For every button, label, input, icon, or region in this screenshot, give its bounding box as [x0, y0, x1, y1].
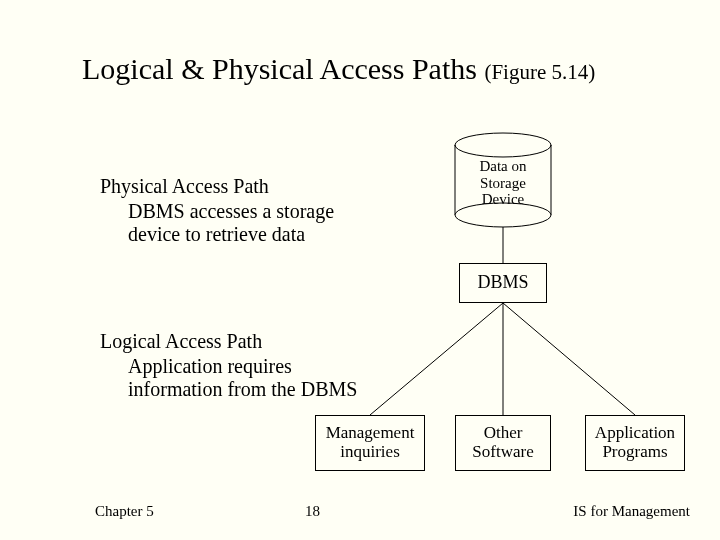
logical-heading: Logical Access Path [100, 330, 388, 353]
cylinder-label: Data on Storage Device [463, 158, 543, 208]
footer-page-number: 18 [305, 503, 320, 520]
physical-heading: Physical Access Path [100, 175, 388, 198]
mgmt-inquiries-box: Management inquiries [315, 415, 425, 471]
svg-line-6 [370, 303, 503, 415]
logical-section: Logical Access Path Application requires… [100, 330, 388, 401]
logical-desc: Application requires information from th… [128, 355, 388, 401]
svg-point-0 [455, 133, 551, 157]
svg-line-8 [503, 303, 635, 415]
physical-section: Physical Access Path DBMS accesses a sto… [100, 175, 388, 246]
footer-left: Chapter 5 [95, 503, 154, 520]
application-programs-box: Application Programs [585, 415, 685, 471]
slide: Logical & Physical Access Paths (Figure … [0, 0, 720, 540]
title-sub: (Figure 5.14) [484, 60, 595, 84]
dbms-box: DBMS [459, 263, 547, 303]
other-software-box: Other Software [455, 415, 551, 471]
footer-right: IS for Management [573, 503, 690, 520]
title-main: Logical & Physical Access Paths [82, 52, 484, 85]
physical-desc: DBMS accesses a storage device to retrie… [128, 200, 388, 246]
slide-title: Logical & Physical Access Paths (Figure … [82, 52, 595, 86]
